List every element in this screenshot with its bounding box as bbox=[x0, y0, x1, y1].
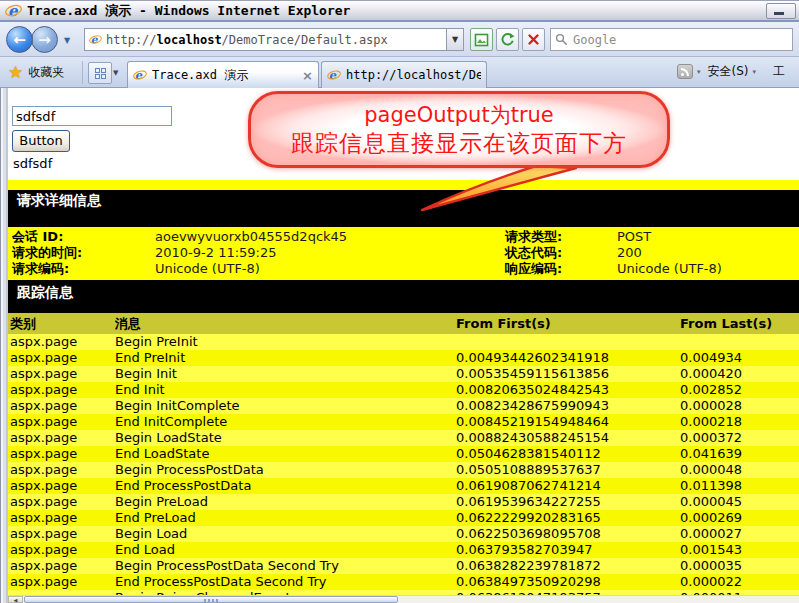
back-button[interactable]: ← bbox=[6, 26, 33, 53]
column-header: From First(s) bbox=[456, 316, 680, 331]
table-cell: aspx.page bbox=[8, 398, 115, 414]
table-cell: 0.0505108889537637 bbox=[456, 462, 680, 478]
tab-title: http://localhost/DemoT... bbox=[346, 68, 481, 82]
minimize-icon bbox=[774, 12, 784, 15]
table-cell: End PreLoad bbox=[115, 510, 456, 526]
quick-tabs-button[interactable] bbox=[88, 62, 112, 84]
tools-menu[interactable]: 工 bbox=[773, 63, 785, 80]
page-icon: e bbox=[89, 33, 102, 46]
request-details-header: 请求详细信息 bbox=[8, 190, 799, 227]
feeds-rss-icon[interactable] bbox=[677, 64, 693, 79]
details-label: 状态代码: bbox=[505, 245, 617, 261]
navigation-bar: ← → ▼ e http://localhost/DemoTrace/Defau… bbox=[0, 22, 799, 57]
table-row: aspx.pageBegin PreLoad0.0619539634227255… bbox=[8, 494, 799, 510]
table-row: aspx.pageEnd ProcessPostData0.0619087062… bbox=[8, 478, 799, 494]
table-cell: 0.00820635024842543 bbox=[456, 382, 680, 398]
trace-info-header: 跟踪信息 bbox=[8, 280, 799, 313]
submit-button[interactable]: Button bbox=[12, 130, 70, 152]
details-label: 请求的时间: bbox=[12, 245, 155, 261]
table-cell: 0.0638282239781872 bbox=[456, 558, 680, 574]
details-value: Unicode (UTF-8) bbox=[617, 261, 799, 277]
table-row: aspx.pageBegin Init0.005354591156138560.… bbox=[8, 366, 799, 382]
refresh-icon bbox=[500, 32, 515, 47]
address-bar[interactable]: e http://localhost/DemoTrace/Default.asp… bbox=[84, 28, 464, 51]
table-cell: 0.063793582703947 bbox=[456, 542, 680, 558]
table-cell: Begin InitComplete bbox=[115, 398, 456, 414]
table-row: aspx.pageBegin InitComplete0.00823428675… bbox=[8, 398, 799, 414]
feeds-dropdown-icon[interactable]: ▾ bbox=[697, 68, 701, 76]
forward-button[interactable]: → bbox=[31, 26, 58, 53]
table-cell: aspx.page bbox=[8, 334, 115, 350]
security-dropdown-icon[interactable]: ▾ bbox=[753, 68, 757, 76]
minimize-button[interactable] bbox=[766, 3, 796, 19]
title-bar: e Trace.axd 演示 - Windows Internet Explor… bbox=[0, 0, 799, 22]
details-label: 请求类型: bbox=[505, 229, 617, 245]
table-cell: aspx.page bbox=[8, 494, 115, 510]
table-row: aspx.pageBegin Load0.06225036980957080.0… bbox=[8, 526, 799, 542]
favorites-button[interactable]: ★ 收藏夹 bbox=[8, 62, 64, 82]
table-cell: aspx.page bbox=[8, 462, 115, 478]
url-text[interactable]: http://localhost/DemoTrace/Default.aspx bbox=[106, 33, 446, 47]
details-value: 200 bbox=[617, 245, 799, 261]
tab-close-icon[interactable]: × bbox=[302, 68, 313, 83]
search-icon bbox=[555, 33, 568, 46]
table-cell bbox=[456, 334, 680, 350]
table-cell: Begin PreLoad bbox=[115, 494, 456, 510]
table-cell: 0.041639 bbox=[680, 446, 799, 462]
url-host: localhost bbox=[157, 33, 222, 47]
table-cell: 0.000420 bbox=[680, 366, 799, 382]
table-cell: End ProcessPostData bbox=[115, 478, 456, 494]
table-cell: 0.002852 bbox=[680, 382, 799, 398]
search-box[interactable] bbox=[550, 28, 793, 51]
scroll-left-icon: ◀ bbox=[14, 597, 18, 603]
table-cell: aspx.page bbox=[8, 414, 115, 430]
table-cell: 0.000048 bbox=[680, 462, 799, 478]
table-row: aspx.pageEnd LoadState0.0504628381540112… bbox=[8, 446, 799, 462]
recent-pages-dropdown[interactable]: ▼ bbox=[64, 36, 70, 45]
tab-localhost[interactable]: e http://localhost/DemoT... bbox=[321, 61, 487, 88]
table-cell: aspx.page bbox=[8, 366, 115, 382]
table-cell: aspx.page bbox=[8, 478, 115, 494]
table-cell: End PreInit bbox=[115, 350, 456, 366]
tab-favicon-icon: e bbox=[327, 68, 341, 82]
table-cell: Begin ProcessPostData bbox=[115, 462, 456, 478]
table-cell: 0.000045 bbox=[680, 494, 799, 510]
url-path: /DemoTrace/Default.aspx bbox=[222, 33, 388, 47]
details-label: 会话 ID: bbox=[12, 229, 155, 245]
forward-arrow-icon: → bbox=[38, 31, 51, 49]
address-dropdown-button[interactable]: ▼ bbox=[446, 29, 463, 50]
text-input[interactable] bbox=[12, 106, 172, 126]
refresh-button[interactable] bbox=[496, 28, 519, 51]
tab-bar: ★ 收藏夹 ▼ e Trace.axd 演示 × e http://localh… bbox=[0, 57, 799, 88]
table-row: aspx.pageEnd Init0.008206350248425430.00… bbox=[8, 382, 799, 398]
horizontal-scrollbar[interactable]: ◀ bbox=[8, 595, 799, 603]
scroll-left-button[interactable]: ◀ bbox=[8, 596, 23, 603]
table-cell: aspx.page bbox=[8, 382, 115, 398]
tab-title: Trace.axd 演示 bbox=[152, 67, 298, 84]
callout-tail bbox=[408, 164, 588, 214]
favorites-label: 收藏夹 bbox=[28, 64, 64, 81]
table-cell: 0.000372 bbox=[680, 430, 799, 446]
details-row: 请求的时间:2010-9-2 11:59:25状态代码:200 bbox=[8, 245, 799, 261]
tab-favicon-icon: e bbox=[133, 68, 147, 82]
details-row: 会话 ID:aoevwyvuorxb04555d2qck45请求类型:POST bbox=[8, 229, 799, 245]
table-cell: 0.004934 bbox=[680, 350, 799, 366]
ie-window: { "window": { "title": "Trace.axd 演示 - W… bbox=[0, 0, 799, 603]
url-scheme: http:// bbox=[106, 33, 157, 47]
table-cell: 0.000022 bbox=[680, 574, 799, 590]
tab-list-dropdown[interactable]: ▼ bbox=[113, 69, 118, 77]
stop-button[interactable] bbox=[522, 28, 545, 51]
table-cell: 0.00535459115613856 bbox=[456, 366, 680, 382]
stop-x-icon bbox=[527, 33, 540, 46]
trace-header-row: 类别消息From First(s)From Last(s) bbox=[8, 313, 799, 334]
search-input[interactable] bbox=[573, 33, 788, 47]
table-cell: Begin ProcessPostData Second Try bbox=[115, 558, 456, 574]
security-menu[interactable]: 安全(S) bbox=[708, 63, 749, 80]
table-cell: aspx.page bbox=[8, 574, 115, 590]
page-zoom-button[interactable] bbox=[470, 28, 493, 51]
table-cell: End InitComplete bbox=[115, 414, 456, 430]
picture-page-icon bbox=[474, 33, 489, 47]
tab-trace-demo[interactable]: e Trace.axd 演示 × bbox=[127, 61, 319, 88]
column-header: From Last(s) bbox=[680, 316, 799, 331]
scrollbar-thumb[interactable] bbox=[24, 596, 398, 603]
